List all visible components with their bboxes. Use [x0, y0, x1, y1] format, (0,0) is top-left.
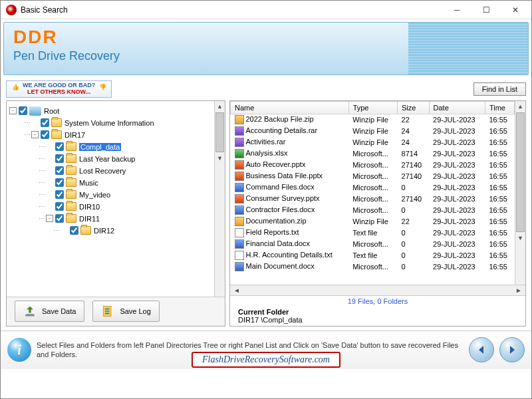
tree-checkbox[interactable] — [41, 130, 49, 139]
tree-checkbox[interactable] — [41, 118, 49, 127]
save-log-icon — [101, 305, 114, 318]
table-row[interactable]: Field Reports.txtText file029-JUL-202316… — [231, 227, 515, 238]
feedback-line1: WE ARE GOOD OR BAD? — [23, 82, 95, 88]
tree-checkbox[interactable] — [19, 106, 27, 115]
expander-icon[interactable]: - — [46, 215, 53, 222]
current-folder-header: Current Folder — [238, 308, 517, 316]
app-icon — [6, 5, 17, 15]
tree-node[interactable]: ⋯Music — [9, 177, 211, 189]
table-row[interactable]: Main Document.docxMicrosoft...029-JUL-20… — [231, 261, 515, 272]
table-row[interactable]: Activities.rarWinzip File2429-JUL-202316… — [231, 136, 515, 148]
save-log-button[interactable]: Save Log — [92, 301, 159, 322]
table-row[interactable]: Auto Recover.pptxMicrosoft...2714029-JUL… — [231, 159, 515, 170]
tree-label[interactable]: Music — [79, 179, 98, 187]
current-folder-path: DIR17 \Compl_data — [238, 316, 517, 324]
column-header[interactable]: Time — [485, 101, 514, 114]
next-button[interactable] — [499, 337, 525, 362]
zip-file-icon — [235, 217, 244, 226]
table-row[interactable]: Business Data File.pptxMicrosoft...27140… — [231, 170, 515, 182]
tree-node[interactable]: ⋯DIR10 — [9, 201, 211, 213]
ppt-file-icon — [235, 194, 244, 203]
tree-checkbox[interactable] — [70, 226, 78, 235]
watermark: FlashDriveRecoverySoftware.com — [192, 352, 340, 368]
tree-label[interactable]: DIR17 — [65, 131, 85, 139]
close-button[interactable]: ✕ — [501, 1, 530, 19]
save-data-label: Save Data — [42, 307, 76, 315]
tree-label[interactable]: DIR12 — [94, 227, 114, 235]
tree-label[interactable]: Root — [44, 107, 59, 115]
rar-file-icon — [235, 138, 244, 147]
column-header[interactable]: Size — [398, 101, 430, 114]
status-bar: 19 Files, 0 Folders Current Folder DIR17… — [230, 295, 525, 326]
zip-file-icon — [235, 115, 244, 124]
table-row[interactable]: Financial Data.docxMicrosoft...029-JUL-2… — [231, 238, 515, 249]
folder-icon — [66, 166, 76, 175]
tree-label[interactable]: System Volume Information — [65, 119, 154, 127]
directory-tree[interactable]: -Root⋯System Volume Information⋯-DIR17⋯C… — [7, 101, 214, 297]
grid-hscrollbar[interactable]: ◄► — [230, 285, 525, 295]
tree-node[interactable]: ⋯Last Year backup — [9, 153, 211, 165]
tree-node[interactable]: ⋯System Volume Information — [9, 117, 211, 129]
find-in-list-button[interactable]: Find in List — [473, 82, 526, 96]
table-row[interactable]: H.R. Accounting Details.txtText file029-… — [231, 249, 515, 261]
tree-label[interactable]: Last Year backup — [79, 155, 135, 163]
footer: i Select Files and Folders from left Pan… — [1, 331, 531, 369]
tree-checkbox[interactable] — [55, 178, 64, 187]
tree-label[interactable]: My_video — [79, 191, 110, 199]
folder-icon — [66, 142, 76, 151]
table-row[interactable]: 2022 Backup File.zipWinzip File2229-JUL-… — [231, 114, 515, 125]
table-row[interactable]: Accounting Details.rarWinzip File2429-JU… — [231, 125, 515, 136]
tree-checkbox[interactable] — [55, 166, 64, 175]
tree-node[interactable]: ⋯My_video — [9, 189, 211, 201]
save-data-button[interactable]: Save Data — [15, 301, 84, 322]
table-row[interactable]: Command Files.docxMicrosoft...029-JUL-20… — [231, 182, 515, 193]
tree-label[interactable]: Compl_data — [79, 143, 121, 151]
feedback-line2: LET OTHERS KNOW... — [27, 88, 90, 95]
minimize-button[interactable]: ─ — [442, 1, 471, 19]
doc-file-icon — [235, 183, 244, 192]
tree-node[interactable]: ⋯Compl_data — [9, 141, 211, 153]
ppt-file-icon — [235, 160, 244, 170]
ppt-file-icon — [235, 172, 244, 181]
main-area: -Root⋯System Volume Information⋯-DIR17⋯C… — [1, 100, 531, 327]
tree-node[interactable]: ⋯-DIR11 — [9, 213, 211, 225]
tree-label[interactable]: Lost Recovery — [79, 167, 126, 175]
folder-icon — [66, 178, 76, 187]
expander-icon[interactable]: - — [31, 131, 39, 138]
tree-label[interactable]: DIR11 — [79, 215, 100, 223]
tree-node[interactable]: ⋯-DIR17 — [9, 129, 211, 141]
folder-icon — [66, 202, 76, 211]
tree-checkbox[interactable] — [55, 202, 64, 211]
folder-icon — [51, 130, 62, 139]
column-header[interactable]: Date — [429, 101, 485, 114]
tree-actions: Save Data Save Log — [7, 297, 225, 326]
tree-label[interactable]: DIR10 — [79, 203, 100, 211]
table-row[interactable]: Contractor Files.docxMicrosoft...029-JUL… — [231, 204, 515, 215]
banner-stripe — [408, 23, 528, 74]
window-title: Basic Search — [21, 5, 442, 15]
tree-checkbox[interactable] — [55, 214, 64, 223]
column-header[interactable]: Name — [231, 101, 349, 114]
tree-checkbox[interactable] — [55, 142, 64, 151]
tree-checkbox[interactable] — [55, 154, 64, 163]
prev-button[interactable] — [469, 337, 494, 362]
feedback-button[interactable]: 👍 WE ARE GOOD OR BAD? LET OTHERS KNOW...… — [6, 80, 112, 98]
tree-node[interactable]: ⋯DIR12 — [9, 225, 211, 237]
xls-file-icon — [235, 149, 244, 158]
table-row[interactable]: Documentation.zipWinzip File2229-JUL-202… — [231, 215, 515, 227]
table-row[interactable]: Consumer Survey.pptxMicrosoft...2714029-… — [231, 193, 515, 204]
column-header[interactable]: Type — [348, 101, 397, 114]
thumbs-up-icon: 👍 — [11, 84, 20, 94]
info-icon: i — [7, 338, 31, 362]
svg-rect-0 — [25, 314, 34, 316]
expander-icon[interactable]: - — [9, 107, 17, 114]
doc-file-icon — [235, 262, 244, 271]
table-row[interactable]: Analysis.xlsxMicrosoft...871429-JUL-2023… — [231, 148, 515, 159]
tree-node[interactable]: ⋯Lost Recovery — [9, 165, 211, 177]
file-grid[interactable]: NameTypeSizeDateTime 2022 Backup File.zi… — [230, 101, 515, 285]
tree-scrollbar[interactable]: ▲ ▼ — [214, 101, 225, 297]
tree-checkbox[interactable] — [55, 190, 64, 199]
doc-file-icon — [235, 239, 244, 249]
maximize-button[interactable]: ☐ — [471, 1, 501, 19]
grid-vscrollbar[interactable]: ▲ ▼ — [515, 101, 525, 285]
